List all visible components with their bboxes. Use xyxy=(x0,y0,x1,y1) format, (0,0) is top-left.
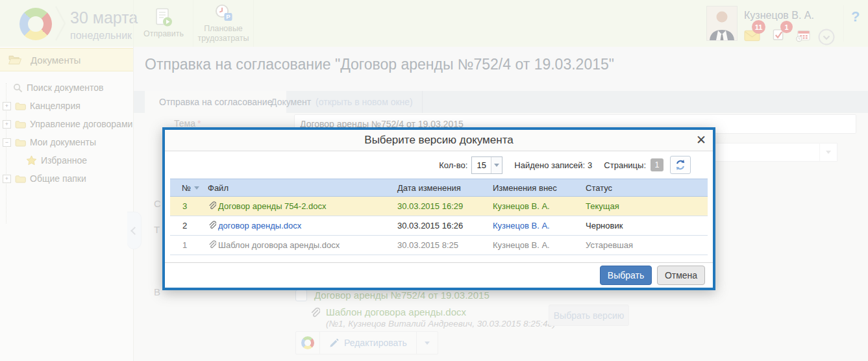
chevron-down-icon xyxy=(494,164,499,167)
version-status: Черновик xyxy=(583,221,708,230)
version-row[interactable]: 1 Шаблон договора аренды.docx 30.03.2015… xyxy=(170,236,708,255)
dialog-footer: Выбрать Отмена xyxy=(165,262,713,288)
column-header-status[interactable]: Статус xyxy=(583,183,708,193)
version-file-link[interactable]: договор аренды.docx xyxy=(218,221,301,230)
version-file-link[interactable]: Договор аренды 754-2.docx xyxy=(218,201,326,211)
refresh-button[interactable] xyxy=(670,156,691,174)
paperclip-icon xyxy=(208,240,216,250)
version-number: 3 xyxy=(170,201,205,211)
refresh-icon xyxy=(675,159,686,171)
page-size-value: 15 xyxy=(472,160,491,170)
page-size-select[interactable]: 15 xyxy=(471,156,502,174)
version-date: 30.03.2015 8:25 xyxy=(395,240,490,250)
version-row[interactable]: 3 Договор аренды 754-2.docx 30.03.2015 1… xyxy=(170,197,708,216)
page-number-button[interactable]: 1 xyxy=(651,158,663,171)
version-select-dialog: Выберите версию документа ✕ Кол-во: 15 Н… xyxy=(162,127,715,290)
select-cap[interactable] xyxy=(491,157,502,173)
version-status: Устаревшая xyxy=(583,240,708,250)
column-header-num[interactable]: № xyxy=(170,183,205,193)
count-label: Кол-во: xyxy=(439,160,467,170)
version-author-link[interactable]: Кузнецов В. А. xyxy=(490,221,583,230)
table-header-row: № Файл Дата изменения Изменения внес Ста… xyxy=(170,179,708,197)
version-file-link[interactable]: Шаблон договора аренды.docx xyxy=(218,240,340,250)
close-icon[interactable]: ✕ xyxy=(696,132,706,147)
version-status: Текущая xyxy=(583,201,708,211)
pages-label: Страницы: xyxy=(604,160,646,170)
version-date: 30.03.2015 16:29 xyxy=(395,201,490,211)
version-author-link[interactable]: Кузнецов В. А. xyxy=(490,201,583,211)
version-number: 2 xyxy=(170,221,205,230)
column-header-date[interactable]: Дата изменения xyxy=(395,183,490,193)
sort-descending-icon xyxy=(194,186,199,190)
paperclip-icon xyxy=(208,201,216,211)
cancel-button[interactable]: Отмена xyxy=(657,266,705,285)
version-author-link[interactable]: Кузнецов В. А. xyxy=(490,240,583,250)
dialog-toolbar: Кол-во: 15 Найдено записей: 3 Страницы: … xyxy=(165,151,713,179)
application-window: 30 марта понедельник Отправить P Плановы… xyxy=(0,0,868,361)
column-header-file[interactable]: Файл xyxy=(205,183,395,193)
column-header-author[interactable]: Изменения внес xyxy=(490,183,583,193)
dialog-title: Выберите версию документа xyxy=(364,134,513,147)
versions-table: № Файл Дата изменения Изменения внес Ста… xyxy=(170,179,708,255)
version-row[interactable]: 2 договор аренды.docx 30.03.2015 16:26 К… xyxy=(170,216,708,236)
version-number: 1 xyxy=(170,240,205,250)
select-button[interactable]: Выбрать xyxy=(600,266,652,285)
version-date: 30.03.2015 16:26 xyxy=(395,221,490,230)
dialog-titlebar: Выберите версию документа ✕ xyxy=(165,130,713,151)
found-records-value: 3 xyxy=(588,160,592,170)
found-records-label: Найдено записей: xyxy=(514,160,585,170)
paperclip-icon xyxy=(208,221,216,230)
